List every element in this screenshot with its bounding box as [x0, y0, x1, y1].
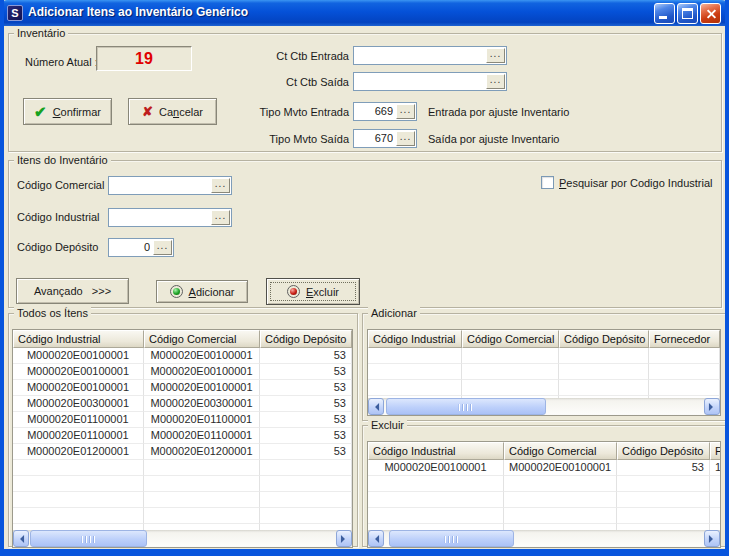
maximize-button[interactable] — [677, 3, 698, 24]
table-row[interactable]: M000020E00100001M000020E0010000153 — [13, 348, 352, 364]
column-header[interactable]: Código Comercial — [462, 330, 559, 348]
title-bar[interactable]: S Adicionar Itens ao Inventário Genérico — [0, 0, 729, 26]
ct-ctb-entrada-browse-button[interactable]: ... — [486, 48, 505, 63]
table-row[interactable]: M000020E01100001M000020E0110000153 — [13, 412, 352, 428]
red-led-icon — [287, 285, 300, 298]
pesquisar-checkbox-label[interactable]: Pesquisar por Codigo Industrial — [559, 177, 712, 189]
column-header[interactable]: Código Industrial — [13, 330, 144, 348]
table-row[interactable] — [368, 476, 720, 492]
avancado-label: Avançado >>> — [34, 285, 111, 297]
excluir-table[interactable]: Código IndustrialCódigo ComercialCódigo … — [367, 441, 721, 548]
excluir-horizontal-scrollbar[interactable] — [368, 530, 720, 547]
table-cell — [260, 492, 352, 508]
table-row[interactable] — [368, 508, 720, 524]
arrow-right-icon — [709, 403, 717, 411]
column-header[interactable]: Código Industrial — [368, 330, 462, 348]
table-cell — [13, 460, 144, 476]
dialog-window: S Adicionar Itens ao Inventário Genérico… — [0, 0, 729, 556]
table-row[interactable] — [368, 492, 720, 508]
table-cell: M000020E00300001 — [144, 396, 260, 412]
scroll-left-button[interactable] — [368, 530, 384, 547]
group-adicionar-label: Adicionar — [368, 307, 420, 319]
ct-ctb-saida-value — [357, 74, 483, 89]
table-row[interactable] — [13, 476, 352, 492]
tipo-mvto-saida-input[interactable]: 670 ... — [353, 129, 417, 148]
table-row[interactable] — [13, 508, 352, 524]
table-row[interactable]: M000020E01100001M000020E0110000153 — [13, 428, 352, 444]
numero-atual-field: 19 — [96, 46, 192, 71]
group-excluir-label: Excluir — [368, 419, 407, 431]
table-cell: 53 — [260, 348, 352, 364]
excluir-button[interactable]: Excluir — [266, 278, 360, 305]
ct-ctb-saida-browse-button[interactable]: ... — [486, 74, 505, 89]
codigo-industrial-value — [112, 210, 208, 225]
ct-ctb-saida-input[interactable]: ... — [353, 72, 507, 91]
adicionar-button[interactable]: Adicionar — [156, 280, 248, 303]
codigo-deposito-browse-button[interactable]: ... — [153, 240, 172, 255]
table-row[interactable] — [13, 460, 352, 476]
column-header[interactable]: Código Depósito — [617, 442, 710, 460]
table-row[interactable]: M000020E00100001M000020E00100001531 — [368, 460, 720, 476]
adicionar-table[interactable]: Código IndustrialCódigo ComercialCódigo … — [367, 329, 721, 416]
table-row[interactable] — [368, 364, 720, 380]
table-row[interactable] — [13, 492, 352, 508]
column-header[interactable]: Código Comercial — [504, 442, 617, 460]
codigo-industrial-label: Código Industrial — [17, 211, 100, 223]
codigo-industrial-browse-button[interactable]: ... — [211, 210, 230, 225]
table-cell: M000020E00100001 — [144, 380, 260, 396]
tipo-mvto-entrada-value: 669 — [357, 104, 393, 119]
codigo-deposito-input[interactable]: 0 ... — [108, 238, 174, 257]
column-header[interactable]: Fornecedor — [710, 442, 721, 460]
scroll-right-button[interactable] — [336, 530, 352, 547]
table-row[interactable] — [368, 348, 720, 364]
table-cell — [462, 380, 559, 396]
scroll-thumb[interactable] — [30, 530, 147, 547]
scroll-right-button[interactable] — [704, 398, 720, 415]
table-cell — [649, 348, 720, 364]
scroll-right-button[interactable] — [704, 530, 720, 547]
tipo-mvto-entrada-input[interactable]: 669 ... — [353, 102, 417, 121]
tipo-mvto-entrada-browse-button[interactable]: ... — [396, 104, 415, 119]
close-button[interactable] — [700, 3, 721, 24]
table-cell: 53 — [260, 396, 352, 412]
dialog-body: Inventário Número Atual : 19 Ct Ctb Entr… — [4, 26, 725, 549]
ct-ctb-entrada-input[interactable]: ... — [353, 46, 507, 65]
table-row[interactable]: M000020E00100001M000020E0010000153 — [13, 364, 352, 380]
column-header[interactable]: Código Depósito — [559, 330, 649, 348]
column-header[interactable]: Código Comercial — [144, 330, 260, 348]
pesquisar-checkbox[interactable] — [541, 176, 554, 189]
table-cell — [710, 476, 721, 492]
group-itens-do-inventario: Itens do Inventário Código Comercial ...… — [8, 160, 722, 308]
scroll-thumb[interactable] — [386, 398, 546, 415]
cancelar-label: Cancelar — [159, 106, 203, 118]
codigo-industrial-input[interactable]: ... — [108, 208, 232, 227]
table-cell: 53 — [260, 380, 352, 396]
column-header[interactable]: Código Industrial — [368, 442, 504, 460]
group-todos-label: Todos os Ítens — [14, 307, 91, 319]
minimize-button[interactable] — [654, 3, 675, 24]
column-header[interactable]: Fornecedor — [649, 330, 720, 348]
codigo-deposito-value: 0 — [112, 240, 150, 255]
table-row[interactable]: M000020E00100001M000020E0010000153 — [13, 380, 352, 396]
todos-horizontal-scrollbar[interactable] — [13, 530, 352, 547]
confirmar-button[interactable]: ✔ Confirmar — [23, 98, 112, 125]
scroll-left-button[interactable] — [368, 398, 384, 415]
scroll-thumb[interactable] — [389, 530, 514, 547]
table-cell — [504, 508, 617, 524]
cancelar-button[interactable]: ✘ Cancelar — [128, 98, 217, 125]
adicionar-horizontal-scrollbar[interactable] — [368, 398, 720, 415]
codigo-comercial-input[interactable]: ... — [108, 176, 232, 195]
arrow-right-icon — [709, 535, 717, 543]
table-row[interactable]: M000020E01200001M000020E0120000153 — [13, 444, 352, 460]
scroll-left-button[interactable] — [13, 530, 29, 547]
group-inventario-label: Inventário — [14, 27, 68, 39]
codigo-comercial-browse-button[interactable]: ... — [211, 178, 230, 193]
column-header[interactable]: Código Depósito — [260, 330, 352, 348]
tipo-mvto-saida-browse-button[interactable]: ... — [396, 131, 415, 146]
table-row[interactable]: M000020E00300001M000020E0030000153 — [13, 396, 352, 412]
table-row[interactable] — [368, 380, 720, 396]
table-cell: M000020E00100001 — [144, 364, 260, 380]
todos-os-itens-table[interactable]: Código IndustrialCódigo ComercialCódigo … — [12, 329, 353, 548]
avancado-button[interactable]: Avançado >>> — [16, 278, 129, 304]
tipo-mvto-saida-value: 670 — [357, 131, 393, 146]
